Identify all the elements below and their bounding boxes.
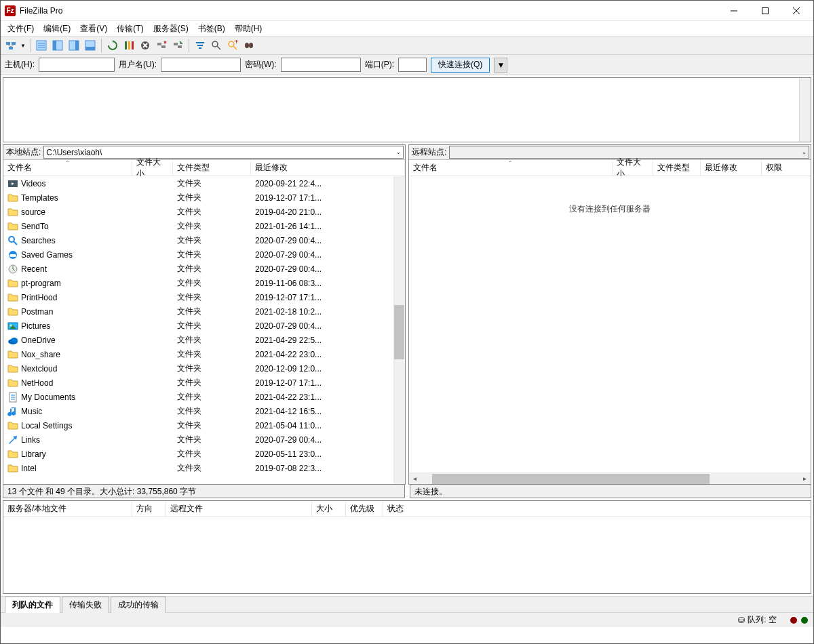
- remote-file-list[interactable]: 没有连接到任何服务器: [409, 176, 811, 472]
- filter-icon[interactable]: [193, 38, 208, 53]
- file-row[interactable]: Links文件夹2020-07-29 00:4...: [3, 432, 405, 447]
- col-name[interactable]: 文件名⌃: [3, 160, 132, 176]
- file-row[interactable]: source文件夹2019-04-20 21:0...: [3, 205, 405, 219]
- file-row[interactable]: Recent文件夹2020-07-29 00:4...: [3, 262, 405, 276]
- minimize-button[interactable]: [718, 1, 750, 21]
- menu-server[interactable]: 服务器(S): [149, 22, 193, 36]
- file-row[interactable]: Library文件夹2020-05-11 23:0...: [3, 447, 405, 461]
- search-icon: [7, 235, 18, 246]
- file-row[interactable]: PrintHood文件夹2019-12-07 17:1...: [3, 290, 405, 304]
- col-name[interactable]: 文件名⌃: [409, 160, 613, 176]
- file-type: 文件夹: [173, 405, 251, 417]
- folder-icon: [7, 221, 18, 232]
- tab-successful[interactable]: 成功的传输: [111, 597, 166, 613]
- message-log[interactable]: [3, 77, 811, 142]
- folder-icon: [7, 420, 18, 431]
- file-modified: 2019-04-20 21:0...: [251, 207, 405, 217]
- username-input[interactable]: [161, 58, 241, 72]
- file-modified: 2020-07-29 00:4...: [251, 321, 405, 331]
- file-row[interactable]: Videos文件夹2020-09-21 22:4...: [3, 176, 405, 190]
- port-input[interactable]: [398, 58, 427, 72]
- compare-icon[interactable]: [209, 38, 224, 53]
- file-row[interactable]: Saved Games文件夹2020-07-29 00:4...: [3, 247, 405, 262]
- local-path-combo[interactable]: C:\Users\xiaoh\ ⌄: [43, 146, 404, 159]
- menu-transfer[interactable]: 传输(T): [113, 22, 147, 36]
- col-modified[interactable]: 最近修改: [251, 160, 405, 176]
- svg-line-7: [8, 45, 11, 47]
- col-direction[interactable]: 方向: [132, 501, 166, 517]
- log-scrollbar[interactable]: [799, 78, 811, 142]
- toggle-log-icon[interactable]: [34, 38, 49, 53]
- menu-edit[interactable]: 编辑(E): [39, 22, 75, 36]
- col-server[interactable]: 服务器/本地文件: [3, 501, 132, 517]
- file-type: 文件夹: [173, 220, 251, 232]
- queue-status-icon: ⛁: [738, 616, 745, 625]
- remote-hscroll[interactable]: ◄ ►: [409, 472, 811, 484]
- file-row[interactable]: SendTo文件夹2021-01-26 14:1...: [3, 219, 405, 233]
- col-type[interactable]: 文件类型: [653, 160, 701, 176]
- disconnect-icon[interactable]: [154, 38, 169, 53]
- menu-help[interactable]: 帮助(H): [231, 22, 267, 36]
- file-row[interactable]: Nox_share文件夹2021-04-22 23:0...: [3, 347, 405, 361]
- file-row[interactable]: OneDrive文件夹2021-04-29 22:5...: [3, 333, 405, 347]
- scroll-right-icon[interactable]: ►: [799, 473, 811, 485]
- file-row[interactable]: Music文件夹2021-04-12 16:5...: [3, 404, 405, 418]
- svg-rect-27: [161, 45, 166, 48]
- col-size[interactable]: 文件大小: [613, 160, 653, 176]
- site-manager-icon[interactable]: [3, 38, 18, 53]
- close-button[interactable]: [781, 1, 812, 21]
- svg-rect-20: [125, 41, 127, 49]
- file-name: Saved Games: [21, 250, 73, 260]
- maximize-button[interactable]: [750, 1, 781, 21]
- process-queue-icon[interactable]: [121, 38, 136, 53]
- file-name: OneDrive: [21, 336, 56, 345]
- refresh-icon[interactable]: [105, 38, 120, 53]
- remote-pane: 远程站点: ⌄ 文件名⌃ 文件大小 文件类型 最近修改 权限 没有连接到任何服务…: [408, 144, 811, 485]
- file-row[interactable]: NetHood文件夹2019-12-07 17:1...: [3, 376, 405, 390]
- col-modified[interactable]: 最近修改: [701, 160, 762, 176]
- menu-view[interactable]: 查看(V): [76, 22, 111, 36]
- folder-icon: [7, 463, 18, 474]
- quickconnect-dropdown[interactable]: ▼: [494, 58, 507, 73]
- file-row[interactable]: Local Settings文件夹2021-05-04 11:0...: [3, 418, 405, 432]
- tab-queued[interactable]: 列队的文件: [5, 597, 60, 613]
- toggle-remote-tree-icon[interactable]: [66, 38, 81, 53]
- user-label: 用户名(U):: [119, 59, 157, 71]
- cancel-icon[interactable]: [138, 38, 153, 53]
- file-row[interactable]: Intel文件夹2019-07-08 22:3...: [3, 461, 405, 475]
- col-remote[interactable]: 远程文件: [166, 501, 312, 517]
- menu-file[interactable]: 文件(F): [3, 22, 38, 36]
- sync-browse-icon[interactable]: +: [225, 38, 240, 53]
- toggle-queue-icon[interactable]: [83, 38, 98, 53]
- dropdown-icon[interactable]: ▼: [20, 38, 26, 53]
- tab-failed[interactable]: 传输失败: [62, 597, 109, 613]
- toggle-local-tree-icon[interactable]: [50, 38, 65, 53]
- col-priority[interactable]: 优先级: [346, 501, 383, 517]
- file-row[interactable]: Searches文件夹2020-07-29 00:4...: [3, 233, 405, 247]
- search-remote-icon[interactable]: [241, 38, 256, 53]
- svg-rect-4: [6, 42, 10, 45]
- col-perm[interactable]: 权限: [762, 160, 811, 176]
- file-row[interactable]: Postman文件夹2021-02-18 10:2...: [3, 304, 405, 319]
- file-name: NetHood: [21, 378, 53, 388]
- reconnect-icon[interactable]: [170, 38, 185, 53]
- quickconnect-button[interactable]: 快速连接(Q): [431, 58, 490, 73]
- password-input[interactable]: [281, 58, 361, 72]
- local-scrollbar[interactable]: [393, 176, 405, 484]
- file-row[interactable]: My Documents文件夹2021-04-22 23:1...: [3, 390, 405, 404]
- host-label: 主机(H):: [5, 59, 35, 71]
- col-qstatus[interactable]: 状态: [383, 501, 811, 517]
- host-input[interactable]: [39, 58, 115, 72]
- quickconnect-bar: 主机(H): 用户名(U): 密码(W): 端口(P): 快速连接(Q) ▼: [1, 55, 813, 75]
- col-size[interactable]: 文件大小: [132, 160, 173, 176]
- folder-icon: [7, 193, 18, 203]
- menu-bookmarks[interactable]: 书签(B): [194, 22, 229, 36]
- file-row[interactable]: Nextcloud文件夹2020-12-09 12:0...: [3, 361, 405, 376]
- scroll-left-icon[interactable]: ◄: [409, 473, 421, 485]
- col-qsize[interactable]: 大小: [312, 501, 346, 517]
- file-row[interactable]: Templates文件夹2019-12-07 17:1...: [3, 190, 405, 205]
- local-file-list[interactable]: Videos文件夹2020-09-21 22:4...Templates文件夹2…: [3, 176, 405, 484]
- file-row[interactable]: pt-program文件夹2019-11-06 08:3...: [3, 276, 405, 290]
- file-row[interactable]: Pictures文件夹2020-07-29 00:4...: [3, 319, 405, 333]
- col-type[interactable]: 文件类型: [173, 160, 251, 176]
